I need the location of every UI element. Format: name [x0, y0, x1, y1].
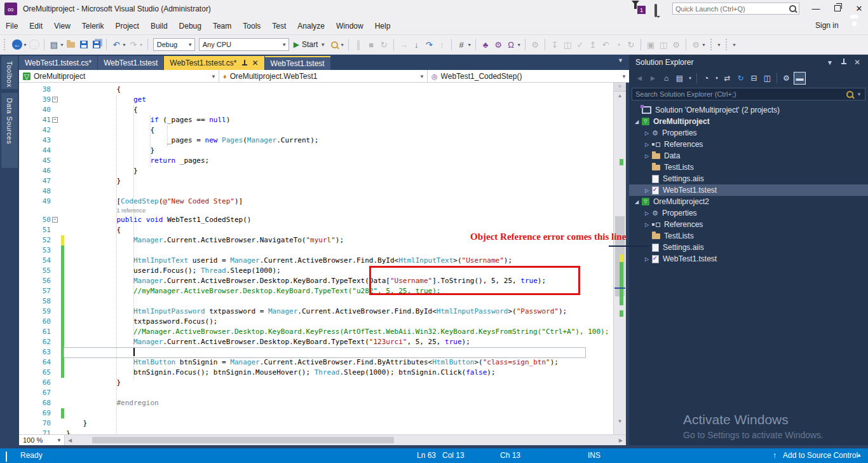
fold-collapse-icon[interactable] — [52, 117, 58, 123]
restart-icon[interactable]: ↻ — [378, 38, 390, 51]
menu-analyze[interactable]: Analyze — [292, 18, 330, 34]
tab-webtest1-tstest-1[interactable]: WebTest1.tstest — [98, 56, 163, 70]
scroll-left-icon[interactable]: ◀ — [65, 438, 75, 443]
step-into-icon[interactable]: ↓ — [410, 38, 422, 51]
se-switch-views-icon[interactable]: ▤ — [674, 72, 686, 85]
add-to-source-control-button[interactable]: Add to Source Control — [783, 451, 858, 460]
save-all-icon[interactable] — [91, 38, 102, 51]
attach-process-icon[interactable]: ⚙ — [529, 38, 541, 51]
sidebar-tab-toolbox[interactable]: Toolbox — [1, 56, 18, 89]
se-refresh-icon[interactable]: ↻ — [735, 72, 747, 85]
scroll-down-icon[interactable]: ▼ — [614, 418, 626, 424]
sign-in-link[interactable]: Sign in — [815, 21, 839, 30]
codelens-references[interactable]: 1 reference — [116, 207, 146, 215]
chevron-down-icon[interactable]: ▼ — [517, 43, 521, 47]
fold-collapse-icon[interactable] — [52, 217, 58, 223]
close-icon[interactable]: ✕ — [252, 59, 258, 67]
telerik-gear-icon[interactable]: ⚙ — [492, 38, 504, 51]
chevron-up-icon[interactable]: ▲ — [857, 452, 862, 458]
tree-item-testlists[interactable]: TestLists — [629, 230, 868, 242]
nav-project-dropdown[interactable]: ▽ OreMultiproject ▼ — [19, 70, 219, 83]
get-latest-icon[interactable]: ↧ — [549, 38, 560, 51]
nav-method-dropdown[interactable]: ◎ WebTest1_CodedStep() ▼ — [428, 70, 629, 83]
menu-view[interactable]: View — [48, 18, 76, 34]
new-item-icon[interactable]: ▤ — [48, 38, 60, 51]
vertical-scrollbar[interactable]: ÷ ▲ ▼ — [613, 83, 626, 434]
undo-icon[interactable]: ↶ — [111, 38, 122, 51]
chevron-down-icon[interactable]: ▼ — [122, 43, 126, 47]
menu-tools[interactable]: Tools — [237, 18, 266, 34]
break-all-icon[interactable]: ║ — [353, 38, 364, 51]
se-sync-icon[interactable]: ⇄ — [721, 72, 733, 85]
menu-help[interactable]: Help — [369, 18, 397, 34]
chevron-down-icon[interactable]: ▼ — [702, 43, 706, 47]
tree-item-webtest1-tstest[interactable]: ▷WebTest1.tstest — [629, 253, 868, 265]
close-icon[interactable]: ✕ — [854, 58, 860, 67]
chevron-down-icon[interactable]: ▼ — [23, 43, 27, 47]
se-collapse-all-icon[interactable]: ⊟ — [748, 72, 760, 85]
menu-team[interactable]: Team — [207, 18, 237, 34]
telerik-ribbon-icon[interactable]: Ω — [505, 38, 517, 51]
menu-edit[interactable]: Edit — [24, 18, 48, 34]
chevron-down-icon[interactable]: ▼ — [139, 43, 144, 47]
chevron-down-icon[interactable]: ▼ — [717, 43, 721, 47]
menu-window[interactable]: Window — [330, 18, 369, 34]
window-position-chevron-icon[interactable]: ▼ — [827, 59, 833, 66]
shelve-icon[interactable]: ↥ — [587, 38, 599, 51]
collapsed-arrow-icon[interactable]: ▷ — [643, 188, 651, 193]
tree-item-solution-oremultiproject-2-projects-[interactable]: Solution 'OreMultiproject' (2 projects) — [629, 104, 868, 116]
tab-overflow-chevron-icon[interactable]: ▼ — [618, 57, 623, 64]
tree-item-properties[interactable]: ▷⚙Properties — [629, 207, 868, 219]
scroll-right-icon[interactable]: ▶ — [616, 438, 626, 443]
platform-combo[interactable]: Any CPU▼ — [199, 38, 289, 51]
close-button[interactable]: ✕ — [849, 0, 868, 17]
pin-icon[interactable] — [841, 59, 846, 66]
menu-debug[interactable]: Debug — [173, 18, 207, 34]
se-show-all-files-icon[interactable]: ◫ — [761, 72, 773, 85]
feedback-icon[interactable] — [654, 5, 657, 17]
properties-wrench-icon[interactable]: ⚙ — [690, 38, 702, 51]
tree-item-references[interactable]: ▷References — [629, 219, 868, 230]
collapsed-arrow-icon[interactable]: ▷ — [643, 142, 651, 148]
chevron-down-icon[interactable]: ▾ — [687, 72, 693, 85]
se-forward-icon[interactable]: ► — [647, 72, 659, 85]
horizontal-scrollbar-thumb[interactable] — [92, 437, 394, 443]
menu-file[interactable]: File — [0, 18, 24, 34]
undo-changes-icon[interactable]: ↶ — [600, 38, 611, 51]
tree-item-settings-aiis[interactable]: Settings.aiis — [629, 173, 868, 184]
collapsed-arrow-icon[interactable]: ▷ — [643, 130, 651, 136]
se-properties-icon[interactable]: ⚙ — [780, 72, 792, 85]
minimize-button[interactable]: — — [806, 0, 826, 17]
zoom-level-dropdown[interactable]: 100 % ▼ — [19, 435, 65, 446]
open-file-icon[interactable] — [65, 38, 77, 51]
start-debug-button[interactable]: ▶Start▼ — [294, 40, 326, 49]
menu-test[interactable]: Test — [266, 18, 292, 34]
step-over-icon[interactable]: ↷ — [423, 38, 435, 51]
stop-icon[interactable]: ■ — [365, 38, 377, 51]
collapsed-arrow-icon[interactable]: ▷ — [643, 153, 651, 159]
refresh-status-icon[interactable]: ↻ — [625, 38, 637, 51]
se-back-icon[interactable]: ◄ — [634, 72, 646, 85]
tree-item-oremultiproject2[interactable]: ◢▽OreMultiproject2 — [629, 196, 868, 207]
tree-item-settings-aiis[interactable]: Settings.aiis — [629, 242, 868, 253]
tree-item-webtest1-tstest[interactable]: ▷WebTest1.tstest — [629, 184, 868, 196]
se-pending-changes-icon[interactable]: ◔ — [700, 72, 712, 85]
find-in-files-icon[interactable] — [329, 38, 340, 51]
sidebar-tab-data-sources[interactable]: Data Sources — [1, 93, 18, 168]
solution-explorer-search-input[interactable]: Search Solution Explorer (Ctrl+;) ▼ — [632, 88, 865, 100]
collapsed-arrow-icon[interactable]: ▷ — [643, 222, 651, 228]
notification-count-badge[interactable]: 1 — [637, 6, 646, 14]
chevron-down-icon[interactable]: ▾ — [714, 72, 720, 85]
nav-class-dropdown[interactable]: ♦ OreMultiproject.WebTest1 ▼ — [219, 70, 428, 83]
check-in-icon[interactable]: ✓ — [574, 38, 586, 51]
expanded-arrow-icon[interactable]: ◢ — [633, 119, 641, 125]
tree-item-testlists[interactable]: TestLists — [629, 162, 868, 173]
hex-display-icon[interactable]: # — [456, 38, 467, 51]
tree-item-oremultiproject[interactable]: ◢▽OreMultiproject — [629, 116, 868, 127]
chevron-down-icon[interactable]: ▼ — [467, 43, 471, 47]
menu-build[interactable]: Build — [145, 18, 173, 34]
tree-item-data[interactable]: ▷Data — [629, 150, 868, 162]
expanded-arrow-icon[interactable]: ◢ — [633, 199, 641, 205]
check-out-icon[interactable]: ◫ — [562, 38, 573, 51]
compare-icon[interactable]: ◫ — [658, 38, 669, 51]
